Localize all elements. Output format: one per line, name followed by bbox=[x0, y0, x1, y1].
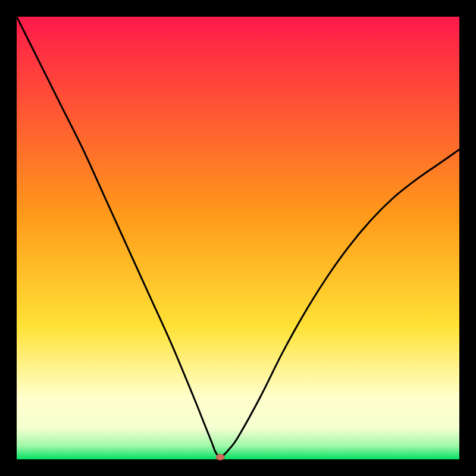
chart-frame: TheBottleneck.com bbox=[0, 0, 476, 476]
bottleneck-chart bbox=[0, 0, 476, 476]
plot-gradient-background bbox=[17, 17, 459, 459]
optimal-point-marker bbox=[216, 454, 224, 460]
